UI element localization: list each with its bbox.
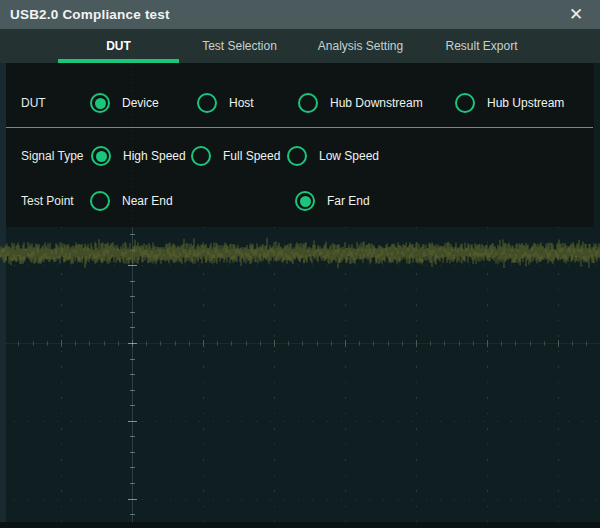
axis-tick [130, 467, 135, 468]
axis-tick [89, 341, 90, 346]
radio-unselected-icon [197, 93, 217, 113]
grid-division-column [61, 227, 62, 522]
axis-tick [530, 341, 531, 346]
axis-tick [430, 341, 431, 346]
axis-tick [246, 341, 247, 346]
axis-tick [459, 341, 460, 346]
axis-tick [217, 341, 218, 346]
axis-tick [402, 341, 403, 346]
radio-unselected-icon [191, 146, 211, 166]
axis-tick [130, 452, 135, 453]
radio-option-full-speed[interactable]: Full Speed [191, 146, 280, 166]
axis-tick [175, 341, 176, 346]
radio-option-high-speed[interactable]: High Speed [91, 146, 186, 166]
radio-option-device[interactable]: Device [90, 93, 159, 113]
axis-tick [118, 341, 119, 346]
row-label: Signal Type [21, 146, 84, 166]
axis-tick [130, 312, 135, 313]
radio-option-label: Device [122, 96, 159, 110]
axis-tick [130, 281, 135, 282]
radio-option-label: Low Speed [319, 149, 379, 163]
tab-result-export[interactable]: Result Export [421, 29, 542, 63]
axis-tick [444, 341, 445, 346]
radio-option-host[interactable]: Host [197, 93, 254, 113]
grid-division-row [0, 265, 600, 266]
axis-tick [130, 436, 135, 437]
axis-tick [104, 341, 105, 346]
form-row-signal-type: Signal TypeHigh SpeedFull SpeedLow Speed [6, 146, 594, 166]
radio-selected-icon [91, 146, 111, 166]
axis-tick [130, 250, 135, 251]
axis-tick [132, 340, 133, 347]
grid-division-column [203, 227, 204, 522]
grid-division-row [0, 499, 600, 500]
form-row-test-point: Test PointNear EndFar End [6, 191, 594, 211]
tab-dut[interactable]: DUT [58, 29, 179, 63]
axis-tick [128, 421, 137, 422]
axis-tick [33, 341, 34, 346]
axis-tick [130, 390, 135, 391]
axis-tick [128, 265, 137, 266]
axis-tick [130, 483, 135, 484]
axis-tick [317, 341, 318, 346]
radio-unselected-icon [455, 93, 475, 113]
axis-tick [373, 341, 374, 346]
axis-tick [586, 341, 587, 346]
axis-tick [189, 341, 190, 346]
axis-tick [260, 341, 261, 346]
radio-option-low-speed[interactable]: Low Speed [287, 146, 379, 166]
axis-tick [231, 341, 232, 346]
radio-option-far-end[interactable]: Far End [295, 191, 370, 211]
axis-tick [416, 340, 417, 347]
row-label: Test Point [21, 191, 74, 211]
axis-tick [61, 340, 62, 347]
axis-tick [515, 341, 516, 346]
tab-analysis-setting[interactable]: Analysis Setting [300, 29, 421, 63]
radio-option-label: Near End [122, 194, 173, 208]
form-row-dut: DUTDeviceHostHub DownstreamHub Upstream [6, 93, 594, 113]
axis-tick [359, 341, 360, 346]
close-button[interactable]: ✕ [556, 0, 596, 29]
axis-tick [130, 234, 135, 235]
axis-tick [203, 340, 204, 347]
radio-unselected-icon [90, 191, 110, 211]
radio-option-label: Hub Upstream [487, 96, 564, 110]
radio-option-label: High Speed [123, 149, 186, 163]
axis-tick [75, 341, 76, 346]
grid-division-column [487, 227, 488, 522]
axis-tick [288, 341, 289, 346]
axis-tick [47, 341, 48, 346]
radio-option-label: Far End [327, 194, 370, 208]
grid-division-column [558, 227, 559, 522]
axis-tick [345, 340, 346, 347]
axis-tick [558, 340, 559, 347]
axis-tick [130, 359, 135, 360]
radio-option-label: Host [229, 96, 254, 110]
axis-tick [18, 341, 19, 346]
radio-option-hub-downstream[interactable]: Hub Downstream [298, 93, 423, 113]
grid-division-column [274, 227, 275, 522]
radio-option-hub-upstream[interactable]: Hub Upstream [455, 93, 564, 113]
axis-tick [146, 341, 147, 346]
axis-tick [572, 341, 573, 346]
radio-selected-icon [295, 191, 315, 211]
axis-tick [130, 327, 135, 328]
radio-option-label: Hub Downstream [330, 96, 423, 110]
axis-tick [274, 340, 275, 347]
axis-tick [128, 499, 137, 500]
grid-division-row [0, 421, 600, 422]
row-separator [6, 127, 593, 128]
tab-bar: DUTTest SelectionAnalysis SettingResult … [0, 29, 600, 63]
row-label: DUT [21, 93, 46, 113]
axis-tick [331, 341, 332, 346]
axis-tick [487, 340, 488, 347]
screen-bottom-edge [0, 522, 600, 528]
radio-selected-icon [90, 93, 110, 113]
settings-panel: DUTDeviceHostHub DownstreamHub UpstreamS… [6, 63, 594, 227]
axis-tick [130, 374, 135, 375]
radio-option-near-end[interactable]: Near End [90, 191, 173, 211]
axis-tick [544, 341, 545, 346]
radio-option-label: Full Speed [223, 149, 280, 163]
dialog-title: USB2.0 Compliance test [10, 7, 170, 22]
tab-test-selection[interactable]: Test Selection [179, 29, 300, 63]
